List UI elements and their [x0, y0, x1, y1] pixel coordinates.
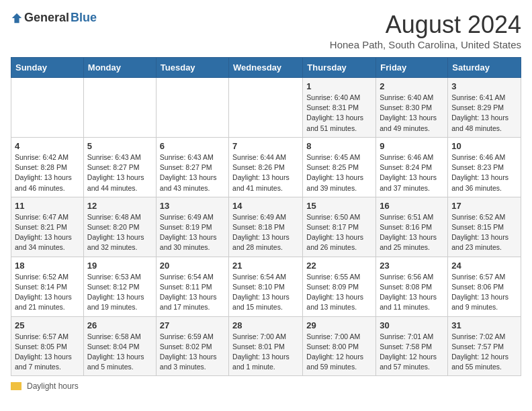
day-info: Sunrise: 6:54 AM Sunset: 8:10 PM Dayligh… [232, 272, 299, 313]
logo: GeneralBlue [11, 11, 97, 25]
day-info: Sunrise: 6:52 AM Sunset: 8:15 PM Dayligh… [451, 212, 517, 253]
day-number: 12 [87, 201, 152, 211]
day-number: 25 [15, 320, 80, 330]
weekday-header: Monday [83, 58, 156, 78]
calendar-header-row: SundayMondayTuesdayWednesdayThursdayFrid… [11, 58, 521, 78]
day-number: 9 [380, 141, 444, 151]
day-info: Sunrise: 7:02 AM Sunset: 7:57 PM Dayligh… [451, 332, 517, 373]
day-number: 3 [451, 81, 517, 91]
calendar-cell: 15Sunrise: 6:50 AM Sunset: 8:17 PM Dayli… [303, 197, 376, 257]
weekday-header: Tuesday [156, 58, 228, 78]
calendar-cell: 23Sunrise: 6:56 AM Sunset: 8:08 PM Dayli… [376, 257, 448, 316]
weekday-header: Sunday [11, 58, 84, 78]
day-info: Sunrise: 6:43 AM Sunset: 8:27 PM Dayligh… [87, 152, 152, 193]
main-title: August 2024 [330, 11, 521, 39]
calendar-week-row: 11Sunrise: 6:47 AM Sunset: 8:21 PM Dayli… [11, 197, 521, 257]
calendar-cell: 30Sunrise: 7:01 AM Sunset: 7:58 PM Dayli… [376, 316, 448, 376]
day-info: Sunrise: 6:50 AM Sunset: 8:17 PM Dayligh… [306, 212, 372, 253]
calendar-cell [156, 78, 228, 138]
day-number: 1 [306, 81, 372, 91]
calendar-cell: 11Sunrise: 6:47 AM Sunset: 8:21 PM Dayli… [11, 197, 84, 257]
calendar-cell: 21Sunrise: 6:54 AM Sunset: 8:10 PM Dayli… [229, 257, 303, 316]
day-number: 22 [306, 261, 372, 271]
day-info: Sunrise: 6:57 AM Sunset: 8:05 PM Dayligh… [15, 332, 80, 373]
day-number: 4 [15, 141, 80, 151]
calendar-cell: 20Sunrise: 6:54 AM Sunset: 8:11 PM Dayli… [156, 257, 228, 316]
day-number: 6 [160, 141, 225, 151]
day-number: 10 [451, 141, 517, 151]
day-number: 31 [451, 320, 517, 330]
day-number: 19 [87, 261, 152, 271]
day-number: 29 [306, 320, 372, 330]
day-info: Sunrise: 6:54 AM Sunset: 8:11 PM Dayligh… [160, 272, 225, 313]
calendar-cell: 9Sunrise: 6:46 AM Sunset: 8:24 PM Daylig… [376, 137, 448, 197]
calendar-cell [229, 78, 303, 138]
logo-general-text: General [24, 11, 69, 25]
calendar-week-row: 18Sunrise: 6:52 AM Sunset: 8:14 PM Dayli… [11, 257, 521, 316]
day-number: 20 [160, 261, 225, 271]
calendar-cell: 3Sunrise: 6:41 AM Sunset: 8:29 PM Daylig… [448, 78, 521, 138]
calendar-cell: 2Sunrise: 6:40 AM Sunset: 8:30 PM Daylig… [376, 78, 448, 138]
day-number: 14 [232, 201, 299, 211]
calendar-cell: 5Sunrise: 6:43 AM Sunset: 8:27 PM Daylig… [83, 137, 156, 197]
day-info: Sunrise: 6:44 AM Sunset: 8:26 PM Dayligh… [232, 152, 299, 193]
calendar-cell: 29Sunrise: 7:00 AM Sunset: 8:00 PM Dayli… [303, 316, 376, 376]
day-number: 5 [87, 141, 152, 151]
logo-icon [11, 12, 23, 24]
calendar-cell: 8Sunrise: 6:45 AM Sunset: 8:25 PM Daylig… [303, 137, 376, 197]
day-info: Sunrise: 7:00 AM Sunset: 8:01 PM Dayligh… [232, 332, 299, 373]
calendar-cell: 13Sunrise: 6:49 AM Sunset: 8:19 PM Dayli… [156, 197, 228, 257]
weekday-header: Saturday [448, 58, 521, 78]
day-info: Sunrise: 6:47 AM Sunset: 8:21 PM Dayligh… [15, 212, 80, 253]
day-info: Sunrise: 6:43 AM Sunset: 8:27 PM Dayligh… [160, 152, 225, 193]
day-info: Sunrise: 6:52 AM Sunset: 8:14 PM Dayligh… [15, 272, 80, 313]
calendar-cell: 12Sunrise: 6:48 AM Sunset: 8:20 PM Dayli… [83, 197, 156, 257]
weekday-header: Thursday [303, 58, 376, 78]
calendar-week-row: 25Sunrise: 6:57 AM Sunset: 8:05 PM Dayli… [11, 316, 521, 376]
calendar-cell [83, 78, 156, 138]
calendar-cell [11, 78, 84, 138]
day-info: Sunrise: 6:40 AM Sunset: 8:31 PM Dayligh… [306, 93, 372, 134]
footer: Daylight hours [11, 381, 521, 391]
calendar-week-row: 1Sunrise: 6:40 AM Sunset: 8:31 PM Daylig… [11, 78, 521, 138]
day-info: Sunrise: 7:01 AM Sunset: 7:58 PM Dayligh… [380, 332, 444, 373]
day-info: Sunrise: 6:49 AM Sunset: 8:18 PM Dayligh… [232, 212, 299, 253]
calendar-week-row: 4Sunrise: 6:42 AM Sunset: 8:28 PM Daylig… [11, 137, 521, 197]
day-info: Sunrise: 7:00 AM Sunset: 8:00 PM Dayligh… [306, 332, 372, 373]
day-number: 11 [15, 201, 80, 211]
calendar-cell: 25Sunrise: 6:57 AM Sunset: 8:05 PM Dayli… [11, 316, 84, 376]
calendar-cell: 6Sunrise: 6:43 AM Sunset: 8:27 PM Daylig… [156, 137, 228, 197]
daylight-bar-icon [11, 382, 21, 390]
day-number: 30 [380, 320, 444, 330]
calendar-cell: 31Sunrise: 7:02 AM Sunset: 7:57 PM Dayli… [448, 316, 521, 376]
day-number: 8 [306, 141, 372, 151]
day-number: 26 [87, 320, 152, 330]
day-info: Sunrise: 6:48 AM Sunset: 8:20 PM Dayligh… [87, 212, 152, 253]
calendar-cell: 18Sunrise: 6:52 AM Sunset: 8:14 PM Dayli… [11, 257, 84, 316]
day-info: Sunrise: 6:46 AM Sunset: 8:24 PM Dayligh… [380, 152, 444, 193]
day-info: Sunrise: 6:40 AM Sunset: 8:30 PM Dayligh… [380, 93, 444, 134]
calendar-cell: 14Sunrise: 6:49 AM Sunset: 8:18 PM Dayli… [229, 197, 303, 257]
day-info: Sunrise: 6:58 AM Sunset: 8:04 PM Dayligh… [87, 332, 152, 373]
day-info: Sunrise: 6:42 AM Sunset: 8:28 PM Dayligh… [15, 152, 80, 193]
day-number: 28 [232, 320, 299, 330]
day-number: 7 [232, 141, 299, 151]
day-number: 23 [380, 261, 444, 271]
day-info: Sunrise: 6:51 AM Sunset: 8:16 PM Dayligh… [380, 212, 444, 253]
calendar-table: SundayMondayTuesdayWednesdayThursdayFrid… [11, 57, 521, 376]
day-number: 24 [451, 261, 517, 271]
calendar-cell: 26Sunrise: 6:58 AM Sunset: 8:04 PM Dayli… [83, 316, 156, 376]
weekday-header: Wednesday [229, 58, 303, 78]
day-number: 2 [380, 81, 444, 91]
weekday-header: Friday [376, 58, 448, 78]
day-info: Sunrise: 6:59 AM Sunset: 8:02 PM Dayligh… [160, 332, 225, 373]
calendar-cell: 19Sunrise: 6:53 AM Sunset: 8:12 PM Dayli… [83, 257, 156, 316]
day-number: 18 [15, 261, 80, 271]
day-number: 13 [160, 201, 225, 211]
day-info: Sunrise: 6:49 AM Sunset: 8:19 PM Dayligh… [160, 212, 225, 253]
day-info: Sunrise: 6:57 AM Sunset: 8:06 PM Dayligh… [451, 272, 517, 313]
day-number: 16 [380, 201, 444, 211]
calendar-cell: 28Sunrise: 7:00 AM Sunset: 8:01 PM Dayli… [229, 316, 303, 376]
calendar-cell: 4Sunrise: 6:42 AM Sunset: 8:28 PM Daylig… [11, 137, 84, 197]
day-info: Sunrise: 6:45 AM Sunset: 8:25 PM Dayligh… [306, 152, 372, 193]
